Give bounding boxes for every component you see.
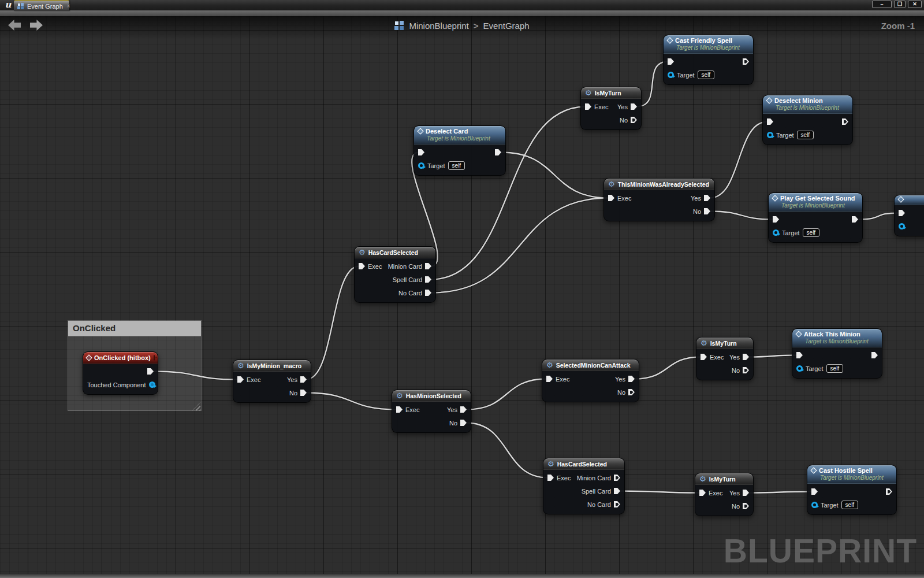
- exec-pin-exec-out[interactable]: [886, 488, 892, 495]
- node-ismyturn-top[interactable]: ⚙IsMyTurnExecYesNo: [580, 87, 642, 130]
- object-pin-target[interactable]: [796, 365, 803, 372]
- exec-pin-exec-out[interactable]: [871, 352, 878, 358]
- function-icon: [417, 128, 423, 134]
- exec-pin-exec-out[interactable]: [147, 368, 154, 375]
- exec-pin-exec-in[interactable]: [767, 118, 773, 125]
- node-ismyminion-macro[interactable]: ⚙IsMyMinion_macroExecYesNo: [233, 360, 311, 403]
- node-cast-hostile-spell[interactable]: Cast Hostile SpellTarget is MinionBluepr…: [807, 465, 897, 515]
- exec-pin-exec[interactable]: [608, 195, 614, 201]
- exec-pin-no[interactable]: [743, 367, 749, 373]
- exec-pin-exec-out[interactable]: [842, 118, 848, 125]
- exec-pin-yes[interactable]: [460, 406, 467, 413]
- pin-label: Yes: [729, 490, 740, 497]
- pin-default-value[interactable]: self: [698, 71, 715, 79]
- exec-pin-exec-in[interactable]: [899, 210, 905, 216]
- pin-default-value[interactable]: self: [797, 131, 814, 139]
- exec-pin-no[interactable]: [460, 420, 467, 426]
- function-icon: [766, 97, 772, 103]
- exec-pin-exec[interactable]: [547, 475, 554, 481]
- pin-label: Spell Card: [582, 488, 611, 495]
- pin-default-value[interactable]: self: [826, 364, 844, 373]
- node-attack-minion[interactable]: Attack This MinionTarget is MinionBluepr…: [792, 328, 882, 379]
- node-play-sound[interactable]: Play Get Selected SoundTarget is MinionB…: [768, 192, 863, 243]
- exec-pin-no[interactable]: [631, 117, 637, 123]
- exec-pin-yes[interactable]: [628, 376, 635, 382]
- pin-default-value[interactable]: self: [841, 501, 859, 509]
- object-pin-target[interactable]: [767, 132, 773, 138]
- exec-pin-exec[interactable]: [585, 103, 591, 110]
- exec-pin-exec-out[interactable]: [495, 149, 501, 155]
- delegate-badge-icon: [154, 355, 155, 361]
- pin-label: Exec: [368, 263, 382, 270]
- node-thisminion-selected[interactable]: ⚙ThisMinionWasAlreadySelectedExecYesNo: [603, 178, 715, 221]
- exec-pin-yes[interactable]: [743, 490, 749, 496]
- exec-pin-yes[interactable]: [631, 103, 637, 110]
- pin-label: Yes: [691, 195, 701, 202]
- breadcrumb-root[interactable]: MinionBlueprint: [409, 21, 468, 31]
- node-cast-friendly-spell[interactable]: Cast Friendly SpellTarget is MinionBluep…: [663, 35, 754, 85]
- object-pin-target[interactable]: [418, 162, 424, 169]
- object-pin-target[interactable]: [668, 72, 674, 78]
- exec-pin-exec[interactable]: [546, 376, 553, 382]
- exec-pin-minion-card[interactable]: [425, 263, 431, 269]
- restore-button[interactable]: ❐: [894, 1, 906, 8]
- tab-close-icon[interactable]: ×: [67, 3, 70, 9]
- object-pin-target[interactable]: [773, 229, 779, 236]
- exec-pin-exec[interactable]: [237, 376, 244, 383]
- exec-pin-no[interactable]: [300, 390, 307, 396]
- graph-canvas[interactable]: MinionBlueprint > EventGraph Zoom -1 OnC…: [0, 16, 924, 578]
- object-pin-touched-component[interactable]: [149, 381, 155, 388]
- exec-pin-no[interactable]: [628, 389, 635, 395]
- pin-label: Target: [821, 502, 839, 509]
- object-pin-target[interactable]: [899, 223, 905, 229]
- exec-pin-minion-card[interactable]: [614, 475, 620, 481]
- exec-pin-exec-in[interactable]: [773, 216, 779, 223]
- node-onclicked-event[interactable]: OnClicked (hitbox)Touched Component: [83, 351, 158, 395]
- pin-default-value[interactable]: self: [803, 228, 820, 237]
- pin-label: Target: [806, 365, 824, 372]
- exec-pin-no[interactable]: [704, 208, 710, 214]
- pin-default-value[interactable]: self: [448, 161, 465, 170]
- node-deselect-card[interactable]: Deselect CardTarget is MinionBlueprintTa…: [413, 125, 506, 176]
- breadcrumb-current: EventGraph: [483, 21, 530, 31]
- node-ismyturn-mid[interactable]: ⚙IsMyTurnExecYesNo: [696, 337, 754, 380]
- node-hasminion-selected[interactable]: ⚙HasMinionSelectedExecYesNo: [392, 390, 471, 433]
- node-title: HasCardSelected: [368, 249, 418, 256]
- close-button[interactable]: ✕: [908, 1, 922, 8]
- exec-pin-exec-out[interactable]: [852, 216, 858, 223]
- exec-pin-exec-in[interactable]: [668, 58, 674, 65]
- exec-pin-exec-in[interactable]: [811, 488, 818, 495]
- node-selectedminion-canattack[interactable]: ⚙SelectedMinionCanAttackExecYesNo: [542, 359, 639, 402]
- minimize-button[interactable]: –: [872, 1, 892, 8]
- exec-pin-no-card[interactable]: [425, 290, 431, 296]
- breadcrumb: MinionBlueprint > EventGraph: [0, 21, 924, 31]
- pin-label: Yes: [729, 354, 740, 361]
- node-title: Play Get Selected Sound: [780, 195, 855, 202]
- exec-pin-exec[interactable]: [701, 354, 707, 360]
- tab-event-graph[interactable]: Event Graph ×: [14, 0, 69, 11]
- exec-pin-exec-out[interactable]: [743, 58, 749, 65]
- exec-pin-no-card[interactable]: [614, 501, 620, 507]
- exec-pin-yes[interactable]: [300, 376, 307, 383]
- node-ismyturn-bottom[interactable]: ⚙IsMyTurnExecYesNo: [695, 473, 754, 516]
- node-title: Deselect Card: [426, 128, 468, 135]
- pin-label: No Card: [587, 501, 611, 508]
- exec-pin-no[interactable]: [743, 503, 749, 509]
- exec-pin-exec[interactable]: [396, 406, 403, 413]
- node-hascard-bottom[interactable]: ⚙HasCardSelectedExecMinion CardSpell Car…: [543, 458, 625, 514]
- node-hascard-top[interactable]: ⚙HasCardSelectedExecMinion CardSpell Car…: [354, 246, 436, 303]
- exec-pin-exec[interactable]: [359, 263, 365, 269]
- function-icon: [810, 467, 817, 473]
- exec-pin-exec[interactable]: [699, 490, 706, 496]
- exec-pin-exec-in[interactable]: [796, 352, 803, 358]
- node-edge-fragment[interactable]: [894, 195, 924, 236]
- exec-pin-yes[interactable]: [743, 354, 749, 360]
- node-deselect-minion[interactable]: Deselect MinionTarget is MinionBlueprint…: [762, 95, 853, 145]
- exec-pin-spell-card[interactable]: [425, 276, 431, 283]
- exec-pin-exec-in[interactable]: [418, 149, 424, 155]
- pin-label: No: [449, 420, 457, 427]
- exec-pin-yes[interactable]: [704, 195, 710, 201]
- object-pin-target[interactable]: [811, 502, 818, 508]
- exec-pin-spell-card[interactable]: [614, 488, 620, 494]
- macro-gear-icon: ⚙: [359, 249, 366, 256]
